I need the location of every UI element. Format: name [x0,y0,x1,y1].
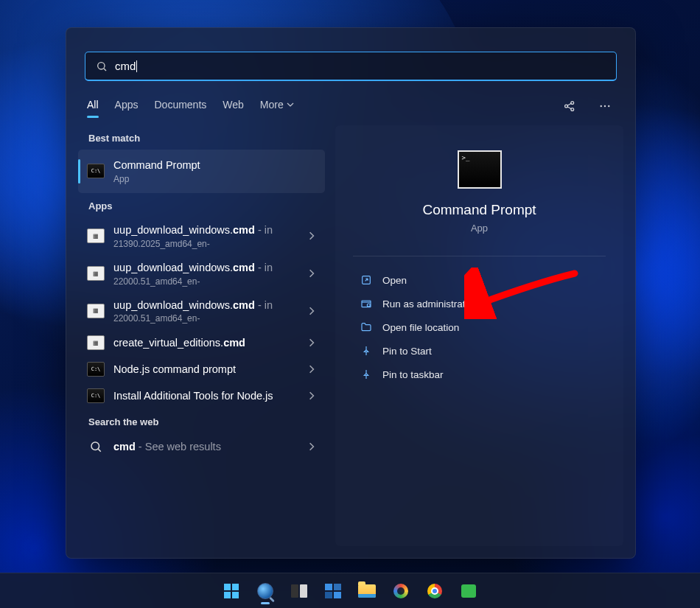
taskbar [0,573,700,608]
action-pin-to-start[interactable]: Pin to Start [353,339,606,363]
result-title: Install Additional Tools for Node.js [113,389,298,403]
folder-icon [360,321,372,333]
web-result-text: cmd - See web results [113,440,298,454]
chrome-icon [427,584,442,598]
result-title: Node.js command prompt [113,363,298,377]
svg-point-10 [91,442,99,450]
folder-icon [358,584,376,598]
search-input-container[interactable]: cmd [85,52,617,81]
section-apps: Apps [78,193,325,217]
action-pin-to-taskbar[interactable]: Pin to taskbar [353,363,606,386]
search-icon [96,60,108,72]
tab-web[interactable]: Web [223,94,244,119]
section-search-web: Search the web [78,409,325,433]
app-result[interactable]: C:\ Install Additional Tools for Node.js [78,382,325,409]
action-open-file-location[interactable]: Open file location [353,315,606,339]
chevron-right-icon [307,442,316,451]
start-search-window: cmd All Apps Documents Web More Best mat… [66,27,636,559]
details-title: Command Prompt [353,202,606,218]
chevron-right-icon [307,269,316,278]
chat-icon [461,584,476,598]
widgets-button[interactable] [318,576,348,606]
result-title: create_virtual_editions.cmd [113,336,298,350]
taskbar-app-spinner[interactable] [386,576,416,606]
search-query-text: cmd [115,60,136,72]
command-prompt-large-icon [458,150,502,189]
task-view-icon [291,584,307,598]
loading-icon [393,584,408,598]
chevron-right-icon [307,231,316,240]
command-prompt-icon: C:\ [87,164,105,178]
best-match-title: Command Prompt [113,158,316,172]
result-title: uup_download_windows.cmd - in [113,223,298,237]
pin-icon [360,368,372,380]
taskbar-search-button[interactable] [251,576,280,606]
svg-line-1 [104,69,106,71]
task-view-button[interactable] [284,576,314,606]
chevron-right-icon [307,365,316,374]
more-options-button[interactable] [595,95,615,119]
file-icon: ▦ [87,304,105,318]
svg-point-9 [608,105,609,106]
svg-line-6 [567,106,571,108]
tab-apps[interactable]: Apps [115,94,139,119]
pin-icon [360,345,372,357]
open-icon [360,274,372,286]
tab-all[interactable]: All [87,94,99,119]
result-subtitle: 21390.2025_amd64_en- [113,239,298,249]
app-result[interactable]: ▦ uup_download_windows.cmd - in 22000.51… [78,293,325,330]
app-result[interactable]: ▦ create_virtual_editions.cmd [78,329,325,356]
chat-button[interactable] [454,576,483,606]
chevron-right-icon [307,307,316,315]
tab-more[interactable]: More [260,94,294,119]
app-result[interactable]: ▦ uup_download_windows.cmd - in 22000.51… [78,255,325,293]
best-match-subtitle: App [113,174,316,184]
app-result[interactable]: ▦ uup_download_windows.cmd - in 21390.20… [78,217,325,255]
web-search-result[interactable]: cmd - See web results [78,433,325,460]
svg-line-11 [98,450,100,452]
divider [353,256,606,256]
svg-point-8 [604,105,606,106]
details-subtitle: App [353,223,606,234]
admin-shield-icon [360,298,372,310]
widgets-icon [325,584,341,598]
best-match-result[interactable]: C:\ Command Prompt App [78,150,325,193]
results-column: Best match C:\ Command Prompt App Apps ▦… [78,125,325,546]
result-title: uup_download_windows.cmd - in [113,261,298,275]
svg-point-7 [601,105,602,106]
ellipsis-icon [598,99,612,113]
chrome-button[interactable] [420,576,449,606]
action-run-as-admin[interactable]: Run as administrator [353,292,606,315]
file-icon: ▦ [87,228,105,243]
svg-point-0 [98,62,105,69]
app-result[interactable]: C:\ Node.js command prompt [78,356,325,382]
file-icon: C:\ [87,362,105,377]
chevron-down-icon [287,101,294,108]
search-icon [257,583,273,599]
result-subtitle: 22000.51_amd64_en- [113,276,298,287]
action-open[interactable]: Open [353,268,606,292]
tab-documents[interactable]: Documents [154,94,206,119]
file-icon: ▦ [87,335,105,350]
share-icon-button[interactable] [560,95,579,119]
file-icon: ▦ [87,266,105,281]
share-icon [563,99,576,113]
file-icon: C:\ [87,388,105,403]
chevron-right-icon [307,391,316,400]
section-best-match: Best match [78,125,325,150]
details-panel: Command Prompt App Open Run as administr… [335,125,623,546]
svg-line-5 [567,103,571,105]
result-title: uup_download_windows.cmd - in [113,298,298,312]
result-subtitle: 22000.51_amd64_en- [113,313,298,324]
chevron-right-icon [307,338,316,347]
file-explorer-button[interactable] [352,576,382,606]
start-button[interactable] [217,576,246,606]
svg-point-14 [367,304,370,307]
filter-tabs: All Apps Documents Web More [66,94,635,119]
search-icon [87,439,105,454]
